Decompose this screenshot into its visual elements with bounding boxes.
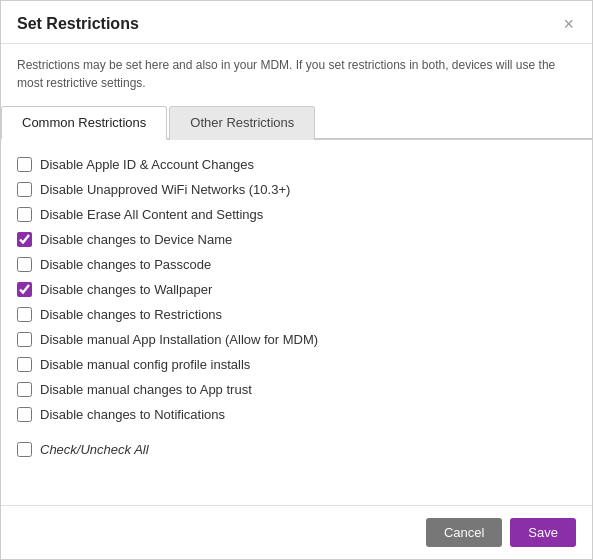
check-uncheck-all-item: Check/Uncheck All (17, 437, 576, 462)
checkbox-label[interactable]: Disable changes to Passcode (40, 257, 211, 272)
checkbox-label[interactable]: Disable manual config profile installs (40, 357, 250, 372)
checkbox-disable-notifications[interactable] (17, 407, 32, 422)
checkbox-disable-erase[interactable] (17, 207, 32, 222)
checkbox-disable-apple-id[interactable] (17, 157, 32, 172)
list-item: Disable Erase All Content and Settings (17, 202, 576, 227)
checkbox-list: Disable Apple ID & Account Changes Disab… (1, 140, 592, 505)
modal-header: Set Restrictions × (1, 1, 592, 44)
list-item: Disable manual changes to App trust (17, 377, 576, 402)
checkbox-disable-restrictions[interactable] (17, 307, 32, 322)
checkbox-label[interactable]: Disable Apple ID & Account Changes (40, 157, 254, 172)
modal-description: Restrictions may be set here and also in… (1, 44, 592, 104)
checkbox-disable-app-install[interactable] (17, 332, 32, 347)
close-button[interactable]: × (561, 15, 576, 33)
checkbox-label[interactable]: Disable Unapproved WiFi Networks (10.3+) (40, 182, 290, 197)
checkbox-label[interactable]: Disable manual changes to App trust (40, 382, 252, 397)
checkbox-disable-device-name[interactable] (17, 232, 32, 247)
cancel-button[interactable]: Cancel (426, 518, 502, 547)
checkbox-label[interactable]: Disable manual App Installation (Allow f… (40, 332, 318, 347)
checkbox-label[interactable]: Disable Erase All Content and Settings (40, 207, 263, 222)
checkbox-disable-app-trust[interactable] (17, 382, 32, 397)
checkbox-disable-passcode[interactable] (17, 257, 32, 272)
divider (17, 427, 576, 437)
tab-common-restrictions[interactable]: Common Restrictions (1, 106, 167, 140)
save-button[interactable]: Save (510, 518, 576, 547)
checkbox-check-uncheck-all[interactable] (17, 442, 32, 457)
list-item: Disable Unapproved WiFi Networks (10.3+) (17, 177, 576, 202)
set-restrictions-modal: Set Restrictions × Restrictions may be s… (0, 0, 593, 560)
list-item: Disable changes to Device Name (17, 227, 576, 252)
list-item: Disable changes to Wallpaper (17, 277, 576, 302)
check-uncheck-all-label[interactable]: Check/Uncheck All (40, 442, 149, 457)
checkbox-label[interactable]: Disable changes to Wallpaper (40, 282, 212, 297)
tab-other-restrictions[interactable]: Other Restrictions (169, 106, 315, 140)
list-item: Disable manual App Installation (Allow f… (17, 327, 576, 352)
checkbox-label[interactable]: Disable changes to Notifications (40, 407, 225, 422)
list-item: Disable manual config profile installs (17, 352, 576, 377)
checkbox-disable-wallpaper[interactable] (17, 282, 32, 297)
modal-title: Set Restrictions (17, 15, 139, 33)
checkbox-label[interactable]: Disable changes to Restrictions (40, 307, 222, 322)
modal-footer: Cancel Save (1, 505, 592, 559)
checkbox-disable-config-profile[interactable] (17, 357, 32, 372)
checkbox-disable-wifi[interactable] (17, 182, 32, 197)
list-item: Disable changes to Notifications (17, 402, 576, 427)
list-item: Disable Apple ID & Account Changes (17, 152, 576, 177)
tab-bar: Common Restrictions Other Restrictions (1, 104, 592, 140)
list-item: Disable changes to Restrictions (17, 302, 576, 327)
checkbox-label[interactable]: Disable changes to Device Name (40, 232, 232, 247)
list-item: Disable changes to Passcode (17, 252, 576, 277)
